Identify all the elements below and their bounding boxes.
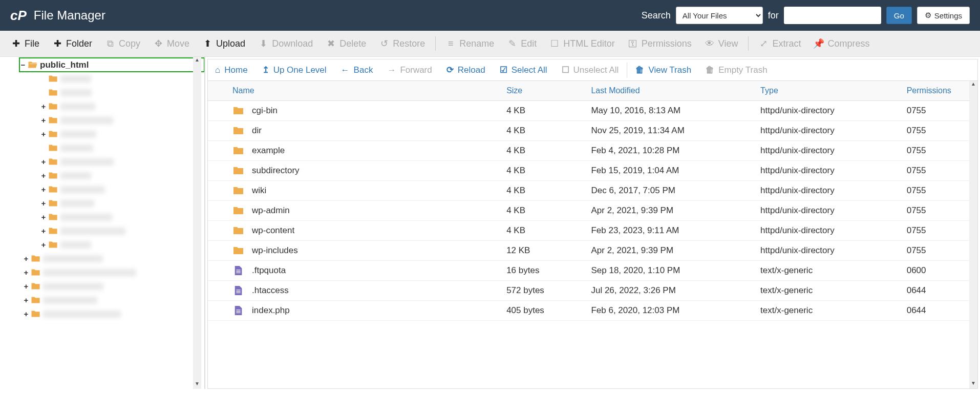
- expand-icon[interactable]: +: [40, 199, 47, 208]
- folder-tree-sidebar[interactable]: −public_html++++++++++ +++++ ▲ ▼: [0, 57, 205, 389]
- nav-label: Back: [354, 65, 373, 75]
- sidebar-scrollbar[interactable]: ▲ ▼: [193, 57, 201, 389]
- expand-icon[interactable]: +: [40, 226, 47, 235]
- up-icon: ↥: [262, 65, 269, 75]
- tree-node[interactable]: [39, 72, 204, 86]
- scroll-up-icon[interactable]: ▲: [193, 57, 201, 65]
- tree-node[interactable]: +: [39, 99, 204, 113]
- search-input[interactable]: [784, 7, 881, 24]
- table-row[interactable]: cgi-bin4 KBMay 10, 2016, 8:13 AMhttpd/un…: [208, 101, 977, 121]
- tree-node[interactable]: +: [39, 224, 204, 238]
- file-name: subdirectory: [252, 166, 300, 176]
- collapse-icon[interactable]: −: [19, 60, 27, 69]
- file-modified: Nov 25, 2019, 11:34 AM: [585, 121, 754, 141]
- nav-up[interactable]: ↥Up One Level: [255, 59, 334, 80]
- tree-node[interactable]: +: [39, 210, 204, 224]
- expand-icon[interactable]: +: [23, 268, 30, 277]
- list-scrollbar[interactable]: ▲ ▼: [969, 81, 977, 388]
- tree-node[interactable]: +: [39, 196, 204, 210]
- expand-icon[interactable]: +: [40, 130, 47, 138]
- table-row[interactable]: .ftpquota16 bytesSep 18, 2020, 1:10 PMte…: [208, 261, 977, 281]
- tree-node[interactable]: +: [23, 279, 204, 293]
- table-row[interactable]: wp-admin4 KBApr 2, 2021, 9:39 PMhttpd/un…: [208, 201, 977, 221]
- col-type[interactable]: Type: [754, 81, 901, 101]
- plus-icon: ✚: [11, 38, 20, 49]
- scroll-up-icon[interactable]: ▲: [969, 81, 977, 89]
- scroll-down-icon[interactable]: ▼: [969, 380, 977, 388]
- tree-node[interactable]: +: [23, 252, 204, 265]
- file-type: httpd/unix-directory: [754, 201, 901, 221]
- tool-folder[interactable]: ✚Folder: [47, 34, 98, 53]
- table-row[interactable]: index.php405 bytesFeb 6, 2020, 12:03 PMt…: [208, 301, 977, 321]
- folder-icon: [48, 130, 58, 138]
- tree-node[interactable]: +: [23, 265, 204, 279]
- tree-node[interactable]: +: [39, 113, 204, 127]
- table-row[interactable]: wp-content4 KBFeb 23, 2023, 9:11 AMhttpd…: [208, 221, 977, 241]
- gear-icon: ⚙: [925, 11, 931, 20]
- tree-node-label: [60, 117, 113, 124]
- nav-back[interactable]: ←Back: [334, 60, 380, 80]
- tree-node[interactable]: +: [23, 293, 204, 307]
- settings-button[interactable]: ⚙ Settings: [917, 7, 970, 24]
- tree-node[interactable]: +: [39, 182, 204, 196]
- folder-icon: [31, 296, 41, 304]
- file-permissions: 0644: [901, 301, 977, 321]
- tree-node[interactable]: +: [23, 307, 204, 321]
- expand-icon[interactable]: +: [40, 157, 47, 166]
- expand-icon[interactable]: +: [23, 310, 30, 318]
- tool-permissions: ⚿Permissions: [622, 34, 698, 53]
- table-row[interactable]: dir4 KBNov 25, 2019, 11:34 AMhttpd/unix-…: [208, 121, 977, 141]
- expand-icon[interactable]: +: [40, 116, 47, 125]
- rename-icon: ≡: [446, 38, 455, 49]
- tree-node-label: [60, 200, 94, 207]
- tree-root-node[interactable]: −public_html: [19, 58, 204, 72]
- table-row[interactable]: subdirectory4 KBFeb 15, 2019, 1:04 AMhtt…: [208, 161, 977, 181]
- file-name: wp-content: [252, 225, 294, 236]
- tool-file[interactable]: ✚File: [5, 34, 46, 53]
- expand-icon[interactable]: +: [40, 213, 47, 221]
- tree-node-label: [43, 255, 103, 262]
- col-size[interactable]: Size: [500, 81, 585, 101]
- file-icon: [232, 285, 245, 296]
- app-header: cP File Manager Search All Your Files fo…: [0, 0, 980, 31]
- tool-upload[interactable]: ⬆Upload: [197, 34, 251, 53]
- tool-label: Permissions: [642, 38, 692, 49]
- nav-viewtrash[interactable]: 🗑View Trash: [628, 60, 698, 80]
- expand-icon[interactable]: +: [40, 102, 47, 111]
- col-modified[interactable]: Last Modified: [585, 81, 754, 101]
- expand-icon[interactable]: +: [23, 296, 30, 304]
- nav-reload[interactable]: ⟳Reload: [439, 59, 493, 80]
- nav-selectall[interactable]: ☑Select All: [493, 59, 555, 80]
- trash-icon: 🗑: [635, 65, 644, 75]
- toolbar-separator: [435, 36, 436, 51]
- expand-icon[interactable]: +: [40, 240, 47, 249]
- scroll-down-icon[interactable]: ▼: [193, 381, 201, 389]
- expand-icon[interactable]: +: [40, 185, 47, 194]
- tree-node[interactable]: +: [39, 127, 204, 141]
- col-permissions[interactable]: Permissions: [901, 81, 977, 101]
- tree-node[interactable]: [39, 86, 204, 99]
- expand-icon[interactable]: +: [23, 282, 30, 291]
- file-permissions: 0644: [901, 281, 977, 301]
- table-row[interactable]: .htaccess572 bytesJul 26, 2022, 3:26 PMt…: [208, 281, 977, 301]
- table-header-row: Name Size Last Modified Type Permissions: [208, 81, 977, 101]
- tree-node[interactable]: +: [39, 238, 204, 252]
- table-row[interactable]: wiki4 KBDec 6, 2017, 7:05 PMhttpd/unix-d…: [208, 181, 977, 201]
- file-name: index.php: [252, 305, 290, 316]
- tree-node[interactable]: +: [39, 169, 204, 182]
- tree-node[interactable]: +: [39, 155, 204, 169]
- file-permissions: 0600: [901, 261, 977, 281]
- file-type: httpd/unix-directory: [754, 181, 901, 201]
- expand-icon[interactable]: +: [23, 254, 30, 263]
- expand-icon[interactable]: +: [40, 171, 47, 180]
- table-row[interactable]: example4 KBFeb 4, 2021, 10:28 PMhttpd/un…: [208, 141, 977, 161]
- folder-icon: [232, 126, 245, 136]
- nav-home[interactable]: ⌂Home: [208, 60, 255, 80]
- search-scope-select[interactable]: All Your Files: [676, 7, 763, 24]
- folder-icon: [48, 88, 58, 97]
- go-button[interactable]: Go: [886, 7, 912, 24]
- tree-node[interactable]: [39, 141, 204, 155]
- table-row[interactable]: wp-includes12 KBApr 2, 2021, 9:39 PMhttp…: [208, 241, 977, 261]
- file-list[interactable]: Name Size Last Modified Type Permissions…: [207, 81, 978, 389]
- col-name[interactable]: Name: [208, 81, 500, 101]
